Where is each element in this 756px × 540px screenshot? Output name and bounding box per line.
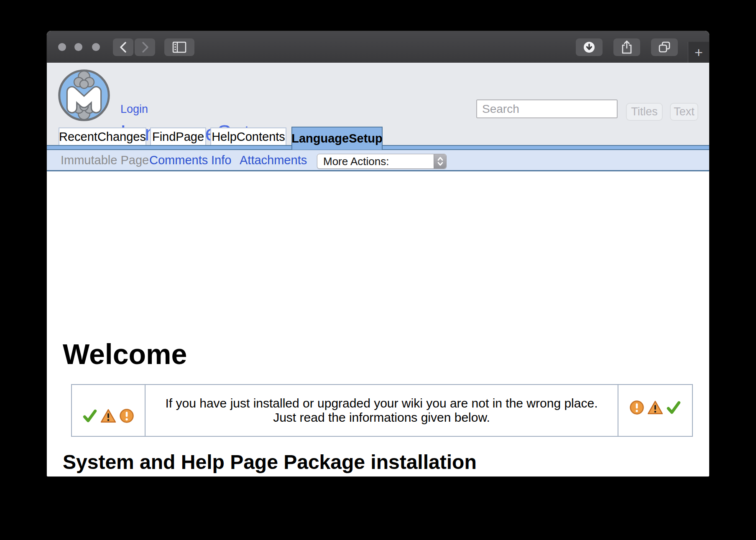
notice-message: If you have just installed or upgraded y… [146, 385, 618, 436]
sidebar-icon [172, 41, 186, 53]
menu-info-link[interactable]: Info [211, 150, 231, 170]
alert-circle-icon [119, 408, 134, 423]
tab-overview-icon [658, 41, 671, 53]
download-icon [583, 41, 595, 53]
window-close-button[interactable] [58, 43, 66, 51]
menu-immutable-page: Immutable Page [61, 150, 149, 170]
notice-line-1: If you have just installed or upgraded y… [166, 396, 598, 410]
back-chevron-icon [119, 41, 128, 53]
screen-background: + Login LanguageSetup Titles Text [0, 0, 756, 540]
more-actions-select[interactable]: More Actions: [317, 154, 447, 169]
back-button[interactable] [113, 38, 133, 56]
login-link[interactable]: Login [120, 103, 148, 116]
more-actions-label: More Actions: [317, 155, 434, 168]
welcome-heading: Welcome [63, 338, 187, 370]
tab-recentchanges[interactable]: RecentChanges [59, 127, 146, 145]
forward-button[interactable] [135, 38, 155, 56]
warning-triangle-icon [647, 400, 663, 415]
page-content: Welcome [47, 171, 709, 476]
share-icon [621, 40, 633, 54]
new-tab-button[interactable]: + [688, 42, 709, 63]
moinmoin-logo[interactable] [58, 69, 110, 122]
select-stepper-icon [434, 154, 446, 169]
search-input[interactable] [476, 99, 618, 118]
search-titles-button[interactable]: Titles [626, 103, 663, 121]
notice-icons-right [618, 385, 692, 436]
check-icon [82, 408, 97, 423]
browser-titlebar: + [47, 31, 709, 63]
downloads-button[interactable] [576, 38, 603, 56]
notice-table: If you have just installed or upgraded y… [71, 384, 693, 437]
window-minimize-button[interactable] [74, 43, 82, 51]
tab-overview-button[interactable] [651, 38, 678, 56]
browser-window: + Login LanguageSetup Titles Text [47, 31, 709, 476]
sidebar-toggle-button[interactable] [164, 38, 194, 56]
warning-triangle-icon [100, 408, 116, 423]
tab-findpage[interactable]: FindPage [150, 127, 206, 145]
notice-icons-left [72, 385, 146, 436]
notice-line-2: Just read the informations given below. [273, 410, 490, 425]
tab-languagesetup[interactable]: LanguageSetup [291, 127, 383, 150]
tab-helpcontents[interactable]: HelpContents [210, 127, 286, 145]
search-text-button[interactable]: Text [670, 103, 698, 121]
forward-chevron-icon [140, 41, 150, 53]
section-heading-installation: System and Help Page Package installatio… [63, 451, 477, 474]
page-menubar: Immutable Page Comments Info Attachments… [47, 150, 709, 171]
menu-attachments-link[interactable]: Attachments [240, 150, 307, 170]
menu-comments-link[interactable]: Comments [149, 150, 208, 170]
check-icon [666, 400, 681, 415]
alert-circle-icon [629, 400, 644, 415]
share-button[interactable] [613, 38, 640, 56]
window-zoom-button[interactable] [92, 43, 100, 51]
